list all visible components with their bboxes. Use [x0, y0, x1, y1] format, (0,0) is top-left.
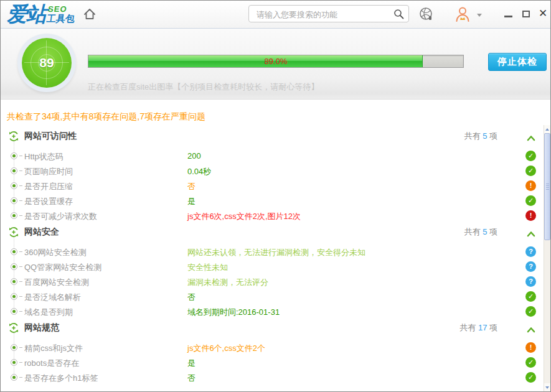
scroll-down-icon[interactable] — [544, 383, 550, 391]
check-row: 360网站安全检测 网站还未认领，无法进行漏洞检测，安全得分未知 ? — [1, 245, 550, 259]
logo-text-seo: SEO — [47, 5, 77, 13]
section-count: 共有 5 项 — [464, 131, 497, 142]
section-count: 共有 5 项 — [464, 226, 497, 238]
bullet-icon — [11, 359, 17, 366]
bullet-icon — [11, 182, 17, 189]
bullet-icon — [11, 263, 17, 270]
check-item-label: 百度网站安全检测 — [24, 277, 89, 288]
check-item-label: 是否开启压缩 — [24, 181, 73, 192]
score-circle: 89 — [22, 38, 72, 88]
check-circle-icon: ✓ — [525, 306, 536, 317]
bullet-icon — [11, 197, 17, 204]
sections: 网站可访问性 共有 5 项 Http状态码 200 ✓ 页面响应时间 0.04秒… — [1, 128, 550, 385]
search-icon[interactable] — [393, 9, 404, 19]
close-button[interactable]: ✕ — [537, 7, 549, 20]
check-row: Http状态码 200 ✓ — [1, 149, 550, 164]
score-badge: 89 — [17, 34, 76, 92]
health-check-header: 89 89.0% 正在检查百度site出图率【个别项目检查耗时较长，请耐心等待】… — [1, 29, 550, 100]
bullet-icon — [11, 308, 17, 315]
check-item-label: 精简css和js文件 — [24, 343, 83, 354]
titlebar: 爱站 SEO 工具包 ✕ — [1, 1, 550, 29]
check-row: 百度网站安全检测 漏洞未检测，无法评分 ? — [1, 274, 550, 289]
check-row: 是否存在多个h1标签 否 ✓ — [1, 370, 550, 385]
app-logo[interactable]: 爱站 SEO 工具包 — [7, 3, 75, 26]
app-window: 爱站 SEO 工具包 ✕ — [0, 0, 551, 392]
maximize-icon — [522, 11, 530, 17]
check-item-value: 网站还未认领，无法进行漏洞检测，安全得分未知 — [187, 247, 365, 258]
check-item-value: 0.04秒 — [187, 166, 211, 177]
warning-circle-icon: ! — [525, 342, 536, 353]
check-row: robots是否存在 是 ✓ — [1, 355, 550, 370]
search-input[interactable] — [255, 6, 389, 22]
user-avatar-icon[interactable] — [453, 5, 472, 24]
check-item-label: robots是否存在 — [24, 358, 79, 369]
check-item-label: 是否可减少请求次数 — [24, 211, 97, 222]
error-circle-icon: ! — [525, 210, 536, 221]
section-count: 共有 17 项 — [459, 322, 497, 334]
section-header[interactable]: 网站安全 共有 5 项 — [1, 223, 550, 241]
chevron-up-icon[interactable] — [527, 133, 535, 139]
check-item-value: 200 — [187, 151, 201, 161]
recheck-icon — [8, 226, 19, 238]
network-tools-icon[interactable] — [418, 6, 435, 22]
close-icon: ✕ — [539, 8, 547, 19]
home-icon[interactable] — [82, 7, 97, 22]
logo-text-main: 爱站 — [7, 3, 45, 26]
check-item-value: js文件6个,css文件2个 — [187, 343, 265, 354]
progress-bar: 89.0% — [88, 55, 464, 68]
question-circle-icon: ? — [525, 276, 536, 287]
recheck-icon — [8, 322, 19, 334]
section-title: 网站安全 — [24, 226, 59, 238]
check-item-label: 是否存在多个h1标签 — [24, 373, 98, 384]
section-header[interactable]: 网站规范 共有 17 项 — [1, 319, 550, 337]
check-circle-icon: ✓ — [525, 357, 536, 368]
check-section: 网站可访问性 共有 5 项 Http状态码 200 ✓ 页面响应时间 0.04秒… — [1, 128, 550, 223]
check-row: 是否设置缓存 是 ✓ — [1, 194, 550, 208]
warning-circle-icon: ! — [525, 180, 536, 191]
check-item-value: 漏洞未检测，无法评分 — [187, 277, 268, 288]
progress-percent: 89.0% — [88, 57, 463, 66]
summary-text: 共检查了34项,其中有8项存在问题,7项存在严重问题 — [7, 111, 550, 123]
check-row: 是否可减少请求次数 js文件6次,css文件2次,图片12次 ! — [1, 208, 550, 223]
section-rows: 360网站安全检测 网站还未认领，无法进行漏洞检测，安全得分未知 ? QQ管家网… — [1, 241, 550, 319]
chevron-up-icon[interactable] — [527, 228, 535, 235]
check-item-label: QQ管家网站安全检测 — [24, 262, 101, 273]
chevron-up-icon[interactable] — [527, 324, 535, 330]
check-row: 是否开启压缩 否 ! — [1, 179, 550, 194]
check-section: 网站规范 共有 17 项 精简css和js文件 js文件6个,css文件2个 !… — [1, 319, 550, 385]
scrollbar-thumb[interactable] — [544, 133, 550, 240]
check-circle-icon: ✓ — [525, 166, 536, 176]
section-rows: Http状态码 200 ✓ 页面响应时间 0.04秒 ✓ 是否开启压缩 否 ! … — [1, 145, 550, 223]
bullet-icon — [11, 248, 17, 255]
check-circle-icon: ✓ — [525, 372, 536, 383]
bullet-icon — [11, 152, 17, 159]
check-row: QQ管家网站安全检测 安全性未知 ? — [1, 259, 550, 274]
stop-check-button[interactable]: 停止体检 — [488, 53, 547, 71]
check-row: 页面响应时间 0.04秒 ✓ — [1, 164, 550, 179]
scrollbar[interactable] — [544, 125, 550, 391]
bullet-icon — [11, 167, 17, 174]
check-item-label: 360网站安全检测 — [24, 247, 87, 258]
maximize-button[interactable] — [520, 7, 532, 20]
minimize-button[interactable] — [502, 7, 514, 20]
bullet-icon — [11, 374, 17, 381]
checking-status-text: 正在检查百度site出图率【个别项目检查耗时较长，请耐心等待】 — [88, 82, 319, 93]
check-circle-icon: ✓ — [525, 195, 536, 206]
check-item-value: 是 — [187, 196, 195, 207]
section-title: 网站规范 — [24, 322, 59, 334]
check-item-label: 页面响应时间 — [24, 166, 73, 177]
check-section: 网站安全 共有 5 项 360网站安全检测 网站还未认领，无法进行漏洞检测，安全… — [1, 223, 550, 319]
check-row: 精简css和js文件 js文件6个,css文件2个 ! — [1, 340, 550, 355]
question-circle-icon: ? — [525, 246, 536, 257]
section-rows: 精简css和js文件 js文件6个,css文件2个 ! robots是否存在 是… — [1, 337, 550, 385]
scrollbar-grip — [546, 184, 549, 190]
check-circle-icon: ✓ — [525, 151, 536, 161]
bullet-icon — [11, 344, 17, 351]
section-header[interactable]: 网站可访问性 共有 5 项 — [1, 128, 550, 145]
question-circle-icon: ? — [525, 261, 536, 272]
account-dropdown-icon[interactable] — [477, 14, 482, 17]
section-title: 网站可访问性 — [24, 131, 77, 142]
check-circle-icon: ✓ — [525, 291, 536, 302]
bullet-icon — [11, 278, 17, 285]
scroll-up-icon[interactable] — [544, 125, 550, 133]
